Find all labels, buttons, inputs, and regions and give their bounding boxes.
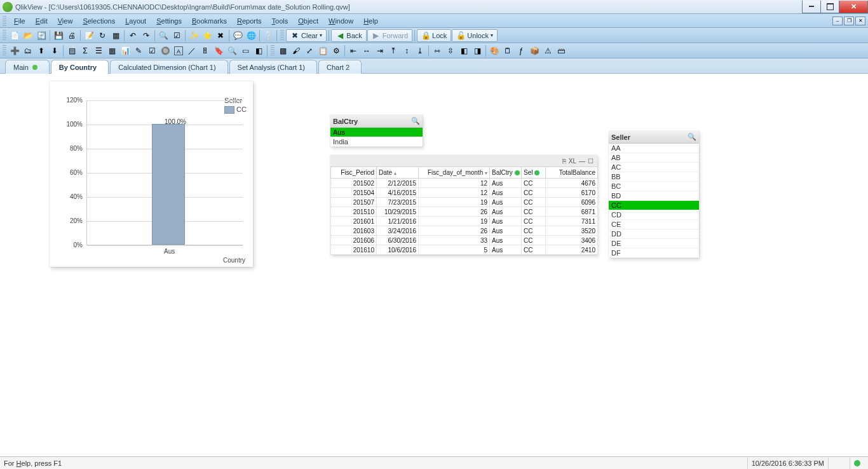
alerts-icon[interactable]: ⚠ [541, 44, 554, 57]
create-tablebox-icon[interactable]: ▦ [105, 44, 118, 57]
menu-selections[interactable]: Selections [78, 15, 120, 27]
toolbar-grip[interactable] [3, 30, 6, 41]
straight-table[interactable]: ⎘ XL — ☐ Fisc_PeriodDate ▴Fisc_day_of_mo… [330, 155, 597, 255]
adjust-right-icon[interactable]: ◨ [471, 44, 484, 57]
create-button-icon[interactable]: 🔘 [159, 44, 172, 57]
tab-chart-2[interactable]: Chart 2 [318, 60, 362, 74]
wizard-icon[interactable]: ✨ [187, 29, 200, 42]
maximize-icon[interactable]: ☐ [588, 158, 593, 165]
create-slider-icon[interactable]: 🎚 [199, 44, 212, 57]
zoom-icon[interactable]: ⤢ [303, 44, 316, 57]
format-painter-icon[interactable]: 🖌 [290, 44, 302, 57]
listbox-item-de[interactable]: DE [609, 239, 699, 248]
col-date[interactable]: Date ▴ [377, 167, 419, 179]
create-input-icon[interactable]: ✎ [132, 44, 145, 57]
menu-help[interactable]: Help [358, 15, 383, 27]
edit-script-icon[interactable]: 📝 [83, 29, 95, 42]
search-icon[interactable]: 🔍 [411, 117, 420, 125]
table-row[interactable]: 20151010/29/201526AusCC6871 [331, 207, 598, 217]
listbox-item-ac[interactable]: AC [609, 163, 699, 172]
table-row[interactable]: 20161010/6/20165AusCC2410 [331, 245, 598, 255]
detach-icon[interactable]: ⎘ [562, 158, 566, 165]
undo-icon[interactable]: ↶ [126, 29, 139, 42]
listbox-balctry[interactable]: BalCtry 🔍 AusIndia [330, 115, 423, 147]
menu-layout[interactable]: Layout [120, 15, 151, 27]
search-icon[interactable]: 🔍 [157, 29, 170, 42]
align-top-icon[interactable]: ⤒ [387, 44, 400, 57]
refresh-icon[interactable]: 🔄 [35, 29, 48, 42]
lock-button[interactable]: 🔒Lock [417, 29, 451, 42]
col-fisc_day_of_month[interactable]: Fisc_day_of_month ▾ [419, 167, 490, 179]
toolbar-design-grip-2[interactable] [271, 45, 275, 57]
create-bookmark-icon[interactable]: 🔖 [212, 44, 225, 57]
add-sheet-icon[interactable]: ➕ [8, 44, 21, 57]
table-row[interactable]: 2016066/30/201633AusCC3406 [331, 236, 598, 245]
doc-props-icon[interactable]: 📋 [316, 44, 329, 57]
mdi-minimize-button[interactable]: – [832, 17, 843, 25]
align-left-icon[interactable]: ⇤ [347, 44, 360, 57]
promote-icon[interactable]: ⬆ [35, 44, 48, 57]
menubar-grip[interactable] [3, 16, 6, 26]
table-row[interactable]: 2015077/23/201519AusCC6096 [331, 198, 598, 207]
window-maximize-button[interactable] [820, 1, 839, 13]
mdi-restore-button[interactable]: ❐ [844, 17, 854, 25]
create-custom-icon[interactable]: ◧ [252, 44, 265, 57]
listbox-item-cd[interactable]: CD [609, 210, 699, 220]
listbox-item-ab[interactable]: AB [609, 153, 699, 163]
create-search-icon[interactable]: 🔍 [226, 44, 238, 57]
listbox-item-aus[interactable]: Aus [330, 128, 423, 137]
user-prefs-icon[interactable]: ⚙ [330, 44, 342, 57]
create-container-icon[interactable]: ▭ [239, 44, 252, 57]
unlock-button[interactable]: 🔓Unlock▾ [452, 29, 498, 42]
minimize-icon[interactable]: — [579, 158, 585, 165]
table-row[interactable]: 2015022/12/201512AusCC4676 [331, 179, 598, 188]
col-fisc_period[interactable]: Fisc_Period [331, 167, 377, 179]
webview-icon[interactable]: 🌐 [245, 29, 257, 42]
col-sel[interactable]: Sel [522, 167, 546, 179]
listbox-item-cc[interactable]: CC [609, 201, 699, 210]
back-button[interactable]: ◀Back [331, 29, 366, 42]
toolbar-grip-2[interactable] [280, 30, 284, 41]
bookmark-add-icon[interactable]: ⭐ [201, 29, 214, 42]
adjust-left-icon[interactable]: ◧ [458, 44, 470, 57]
menu-tools[interactable]: Tools [267, 15, 294, 27]
listbox-seller[interactable]: Seller 🔍 AAABACBBBCBDCCCDCEDDDEDF [609, 131, 699, 258]
demote-icon[interactable]: ⬇ [48, 44, 61, 57]
variable-overview-icon[interactable]: 🗒 [501, 44, 514, 57]
align-right-icon[interactable]: ⇥ [374, 44, 386, 57]
bookmark-remove-icon[interactable]: ✖ [214, 29, 227, 42]
create-listbox-icon[interactable]: ▤ [65, 44, 78, 57]
design-grid-icon[interactable]: ▩ [276, 44, 289, 57]
create-text-icon[interactable]: A [172, 44, 185, 57]
create-statbox-icon[interactable]: Σ [79, 44, 92, 57]
expression-overview-icon[interactable]: ƒ [515, 44, 527, 57]
listbox-header[interactable]: BalCtry 🔍 [330, 115, 423, 128]
current-selections-icon[interactable]: ☑ [170, 29, 183, 42]
align-bottom-icon[interactable]: ⤓ [414, 44, 426, 57]
menu-settings[interactable]: Settings [151, 15, 187, 27]
tab-calculated-dimension-chart-1-[interactable]: Calculated Dimension (Chart 1) [110, 60, 227, 74]
listbox-item-bc[interactable]: BC [609, 182, 699, 191]
table-caption[interactable]: ⎘ XL — ☐ [330, 155, 597, 167]
project-icon[interactable]: 🗃 [555, 44, 567, 57]
help-icon[interactable]: ❔ [262, 29, 275, 42]
table-viewer-icon[interactable]: ▦ [109, 29, 122, 42]
export-xl-icon[interactable]: XL [569, 158, 576, 165]
space-h-icon[interactable]: ⇿ [431, 44, 444, 57]
reload-icon[interactable]: ↻ [96, 29, 109, 42]
mdi-close-button[interactable]: ✕ [855, 17, 865, 25]
table-row[interactable]: 2015044/16/201512AusCC6170 [331, 188, 598, 198]
theme-maker-icon[interactable]: 🎨 [488, 44, 501, 57]
menu-view[interactable]: View [53, 15, 78, 27]
create-chart-icon[interactable]: 📊 [119, 44, 132, 57]
create-line-icon[interactable]: ／ [186, 44, 198, 57]
listbox-item-india[interactable]: India [330, 137, 423, 147]
listbox-item-df[interactable]: DF [609, 248, 699, 258]
tab-by-country[interactable]: By Country [51, 60, 109, 74]
search-icon[interactable]: 🔍 [688, 133, 696, 141]
align-center-v-icon[interactable]: ↕ [400, 44, 413, 57]
notes-icon[interactable]: 💬 [231, 29, 244, 42]
window-minimize-button[interactable] [802, 1, 821, 13]
space-v-icon[interactable]: ⇳ [444, 44, 457, 57]
col-totalbalance[interactable]: TotalBalance [546, 167, 598, 179]
